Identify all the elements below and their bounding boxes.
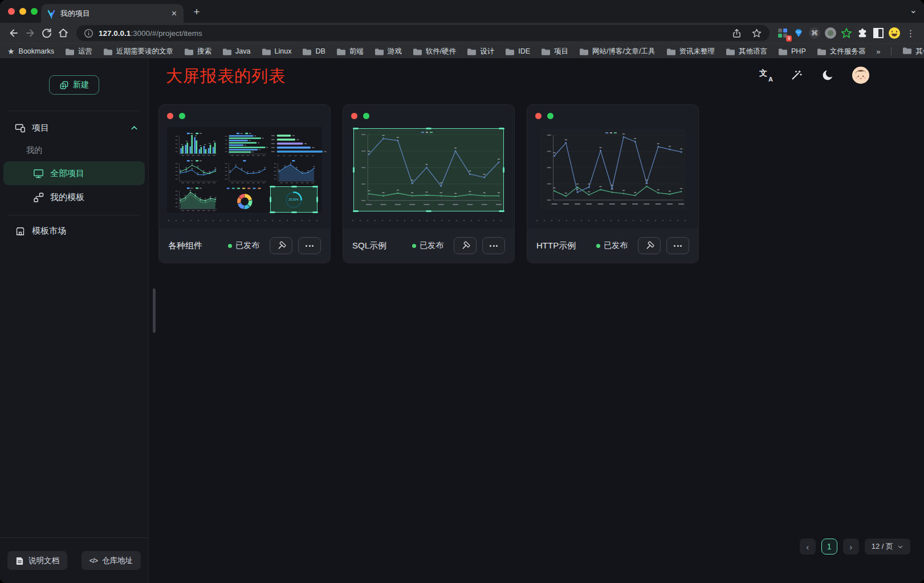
address-bar[interactable]: 127.0.0.1:3000/#/project/items xyxy=(76,25,770,41)
tab-close-icon[interactable]: × xyxy=(170,9,178,18)
project-card[interactable]: HTTP示例 已发布 xyxy=(527,104,699,263)
bookmarks-root[interactable]: ★ Bookmarks xyxy=(7,47,54,56)
bookmark-item[interactable]: 资讯未整理 xyxy=(666,47,715,56)
selection-handle[interactable] xyxy=(353,210,359,212)
more-button[interactable] xyxy=(298,237,321,254)
sidebar-item-all-projects[interactable]: 全部项目 xyxy=(3,161,145,185)
selection-handle[interactable] xyxy=(312,211,318,213)
selection-handle[interactable] xyxy=(353,167,355,173)
site-info-icon[interactable] xyxy=(84,28,93,38)
copy-plus-icon xyxy=(59,80,69,90)
bookmark-item[interactable]: 软件/硬件 xyxy=(413,47,456,56)
selection-handle[interactable] xyxy=(499,210,504,212)
more-button[interactable] xyxy=(666,237,689,254)
sidebar-item-my-templates[interactable]: 我的模板 xyxy=(0,185,148,209)
sidebar-footer: 说明文档 </> 仓库地址 xyxy=(0,537,148,583)
tab-strip: 我的项目 × + ⌄ xyxy=(0,0,924,23)
selection-handle[interactable] xyxy=(499,128,504,129)
hammer-icon xyxy=(461,241,470,251)
extension-camera-icon[interactable] xyxy=(823,26,838,40)
prev-page-button[interactable]: ‹ xyxy=(800,539,816,555)
red-dot xyxy=(535,113,542,119)
edit-button[interactable] xyxy=(270,237,292,254)
bookmark-item[interactable]: Java xyxy=(222,47,250,55)
bookmark-item[interactable]: 近期需要读的文章 xyxy=(103,47,173,56)
bookmarks-overflow-chevron[interactable]: » xyxy=(876,47,880,56)
selection-handle[interactable] xyxy=(426,128,432,129)
bookmark-item[interactable]: DB xyxy=(302,47,325,55)
card-preview[interactable] xyxy=(535,127,690,213)
selected-chart-panel[interactable] xyxy=(353,128,504,211)
bookmark-item[interactable]: PHP xyxy=(778,47,806,55)
translate-icon[interactable]: 文A xyxy=(759,70,772,81)
more-icon xyxy=(674,245,682,247)
bookmark-star-icon[interactable] xyxy=(751,28,762,39)
bookmark-item[interactable]: 文件服务器 xyxy=(817,47,866,56)
next-page-button[interactable]: › xyxy=(843,539,859,555)
selection-handle[interactable] xyxy=(291,186,297,187)
bookmark-item[interactable]: IDE xyxy=(505,47,530,55)
browser-menu-icon[interactable]: ⋮ xyxy=(903,26,918,41)
edit-button[interactable] xyxy=(454,237,477,254)
forward-button[interactable] xyxy=(22,26,38,41)
window-controls xyxy=(8,8,38,15)
card-preview[interactable]: 25.00% xyxy=(167,127,322,213)
moon-icon[interactable] xyxy=(821,68,835,82)
scrollbar-thumb[interactable] xyxy=(153,288,156,333)
chevron-up-icon[interactable] xyxy=(131,124,138,132)
mini-chart-grid: 25.00% xyxy=(172,132,318,208)
share-icon[interactable] xyxy=(731,28,742,39)
bookmark-item[interactable]: 其他语言 xyxy=(726,47,767,56)
other-bookmarks[interactable]: 其他书签 xyxy=(902,47,924,56)
page-size-select[interactable]: 12 / 页 xyxy=(865,539,910,555)
repo-button[interactable]: </> 仓库地址 xyxy=(82,551,141,570)
reload-button[interactable] xyxy=(39,26,54,41)
sidebar-group-project[interactable]: 项目 xyxy=(0,116,148,140)
selection-handle[interactable] xyxy=(503,167,504,173)
more-button[interactable] xyxy=(482,237,505,254)
browser-tab[interactable]: 我的项目 × xyxy=(41,4,184,23)
docs-button[interactable]: 说明文档 xyxy=(7,551,67,570)
storefront-icon xyxy=(15,226,26,237)
bookmark-item[interactable]: 运营 xyxy=(65,47,92,56)
magic-wand-icon[interactable] xyxy=(789,68,803,82)
extension-gem-icon[interactable] xyxy=(791,26,806,40)
extensions-puzzle-icon[interactable] xyxy=(855,26,870,40)
back-button[interactable] xyxy=(6,26,21,41)
new-tab-button[interactable]: + xyxy=(190,6,203,18)
extension-cmd-icon[interactable]: ⌘ xyxy=(807,26,822,40)
card-preview[interactable] xyxy=(351,127,506,213)
new-project-button[interactable]: 新建 xyxy=(49,75,99,95)
selection-handle[interactable] xyxy=(312,186,318,187)
sidebar-item-template-market[interactable]: 模板市场 xyxy=(0,219,148,243)
bookmark-item[interactable]: 搜索 xyxy=(184,47,211,56)
sidebar-divider xyxy=(8,215,140,215)
selection-handle[interactable] xyxy=(316,197,318,202)
selection-handle[interactable] xyxy=(353,128,359,129)
project-card[interactable]: 25.00% 各种组件 已发布 xyxy=(158,104,331,263)
extension-emoji-icon[interactable] xyxy=(887,26,902,40)
selection-handle[interactable] xyxy=(270,197,271,202)
minimize-window-button[interactable] xyxy=(19,8,26,15)
edit-button[interactable] xyxy=(638,237,661,254)
bookmark-item[interactable]: Linux xyxy=(262,47,292,55)
extension-grid-icon[interactable]: 9 xyxy=(775,26,790,40)
tab-search-icon[interactable]: ⌄ xyxy=(910,5,917,15)
close-window-button[interactable] xyxy=(8,8,15,15)
bookmark-item[interactable]: 前端 xyxy=(336,47,364,56)
bookmark-item[interactable]: 设计 xyxy=(467,47,494,56)
zoom-window-button[interactable] xyxy=(31,8,38,15)
selection-handle[interactable] xyxy=(291,211,297,213)
project-card[interactable]: SQL示例 已发布 xyxy=(343,104,515,263)
home-button[interactable] xyxy=(55,26,71,41)
avatar[interactable] xyxy=(852,67,869,84)
extension-dark-reader-icon[interactable] xyxy=(871,26,886,40)
selection-handle[interactable] xyxy=(270,211,275,213)
folder-icon xyxy=(467,48,476,55)
bookmark-item[interactable]: 游戏 xyxy=(375,47,402,56)
bookmark-item[interactable]: 网站/博客/文章/工具 xyxy=(579,47,655,56)
bookmark-item[interactable]: 项目 xyxy=(541,47,568,56)
current-page-button[interactable]: 1 xyxy=(821,539,837,555)
extension-star-icon[interactable] xyxy=(839,26,854,40)
selection-handle[interactable] xyxy=(426,210,432,212)
